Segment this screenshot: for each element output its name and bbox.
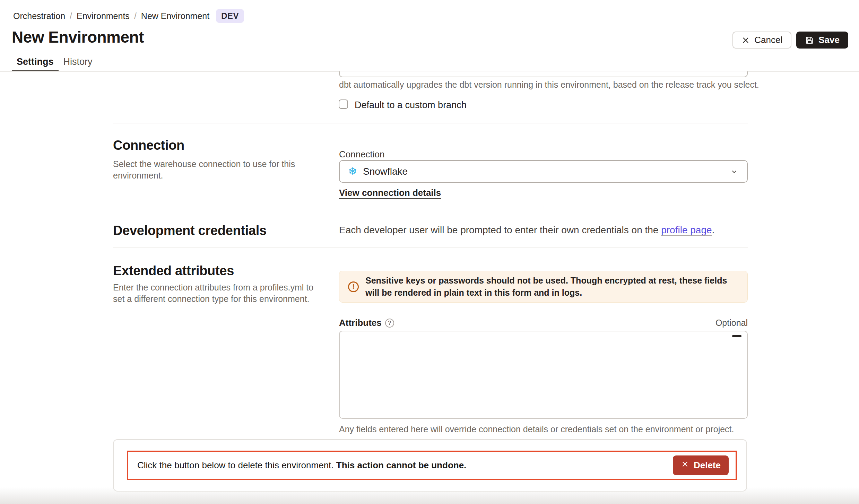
header-actions: Cancel Save bbox=[732, 32, 848, 49]
page-title: New Environment bbox=[12, 28, 144, 46]
save-button-label: Save bbox=[818, 35, 840, 45]
environment-type-badge: DEV bbox=[216, 9, 244, 23]
question-circle-icon[interactable]: ? bbox=[385, 319, 394, 328]
profile-page-link[interactable]: profile page bbox=[661, 225, 712, 235]
delete-button[interactable]: Delete bbox=[673, 455, 729, 475]
delete-warning-bold: This action cannot be undone. bbox=[336, 460, 467, 470]
connection-select-value: Snowflake bbox=[363, 166, 408, 177]
tab-bar: Settings History bbox=[12, 57, 97, 71]
breadcrumb-separator: / bbox=[134, 11, 137, 21]
release-track-helper-text: dbt automatically upgrades the dbt versi… bbox=[339, 80, 759, 90]
cancel-button-label: Cancel bbox=[754, 35, 782, 45]
save-button[interactable]: Save bbox=[796, 32, 848, 49]
attributes-editor bbox=[339, 331, 748, 419]
custom-branch-checkbox[interactable] bbox=[339, 99, 348, 109]
exclamation-circle-icon: ! bbox=[348, 281, 359, 292]
tab-settings[interactable]: Settings bbox=[12, 57, 59, 71]
tab-history[interactable]: History bbox=[59, 57, 97, 71]
extended-attributes-heading: Extended attributes bbox=[113, 263, 234, 278]
breadcrumb-environments[interactable]: Environments bbox=[77, 11, 130, 21]
connection-select[interactable]: ❄ Snowflake bbox=[339, 160, 748, 183]
view-connection-details-link[interactable]: View connection details bbox=[339, 188, 441, 198]
dev-credentials-text-before: Each developer user will be prompted to … bbox=[339, 225, 661, 235]
floppy-disk-icon bbox=[805, 36, 814, 45]
release-track-select-partial[interactable] bbox=[339, 71, 748, 77]
attributes-label-text: Attributes bbox=[339, 318, 382, 328]
delete-environment-card: Click the button below to delete this en… bbox=[113, 439, 747, 492]
x-icon bbox=[741, 36, 750, 44]
breadcrumb-separator: / bbox=[70, 11, 72, 21]
breadcrumb-orchestration[interactable]: Orchestration bbox=[13, 11, 65, 21]
dev-credentials-text-after: . bbox=[712, 225, 715, 235]
optional-badge: Optional bbox=[715, 318, 748, 328]
dash-icon[interactable] bbox=[732, 335, 741, 337]
delete-warning-normal: Click the button below to delete this en… bbox=[137, 460, 336, 470]
attributes-textarea[interactable] bbox=[339, 331, 748, 419]
dev-credentials-text: Each developer user will be prompted to … bbox=[339, 225, 714, 236]
section-divider bbox=[113, 247, 748, 248]
section-divider bbox=[113, 123, 748, 123]
attributes-label-row: Attributes ? Optional bbox=[339, 318, 748, 328]
environment-settings-page: Orchestration / Environments / New Envir… bbox=[0, 0, 859, 504]
connection-field-label: Connection bbox=[339, 149, 385, 160]
extended-attributes-description: Enter the connection attributes from a p… bbox=[113, 282, 326, 305]
custom-branch-label[interactable]: Default to a custom branch bbox=[355, 100, 467, 111]
delete-button-label: Delete bbox=[694, 460, 721, 471]
breadcrumb-new-environment[interactable]: New Environment bbox=[141, 11, 209, 21]
snowflake-icon: ❄ bbox=[348, 166, 357, 177]
delete-row-highlight: Click the button below to delete this en… bbox=[127, 451, 737, 480]
attributes-field-label: Attributes ? bbox=[339, 318, 394, 328]
sensitive-keys-warning-banner: ! Sensitive keys or passwords should not… bbox=[339, 271, 748, 303]
x-icon bbox=[681, 460, 689, 471]
attributes-helper-text: Any fields entered here will override co… bbox=[339, 424, 734, 434]
connection-section-heading: Connection bbox=[113, 138, 184, 153]
cancel-button[interactable]: Cancel bbox=[732, 32, 791, 49]
breadcrumb: Orchestration / Environments / New Envir… bbox=[13, 9, 244, 23]
warning-text: Sensitive keys or passwords should not b… bbox=[365, 275, 739, 299]
connection-section-description: Select the warehouse connection to use f… bbox=[113, 158, 335, 181]
chevron-down-icon bbox=[730, 167, 739, 176]
delete-warning-text: Click the button below to delete this en… bbox=[137, 460, 466, 471]
dev-credentials-heading: Development credentials bbox=[113, 223, 267, 238]
